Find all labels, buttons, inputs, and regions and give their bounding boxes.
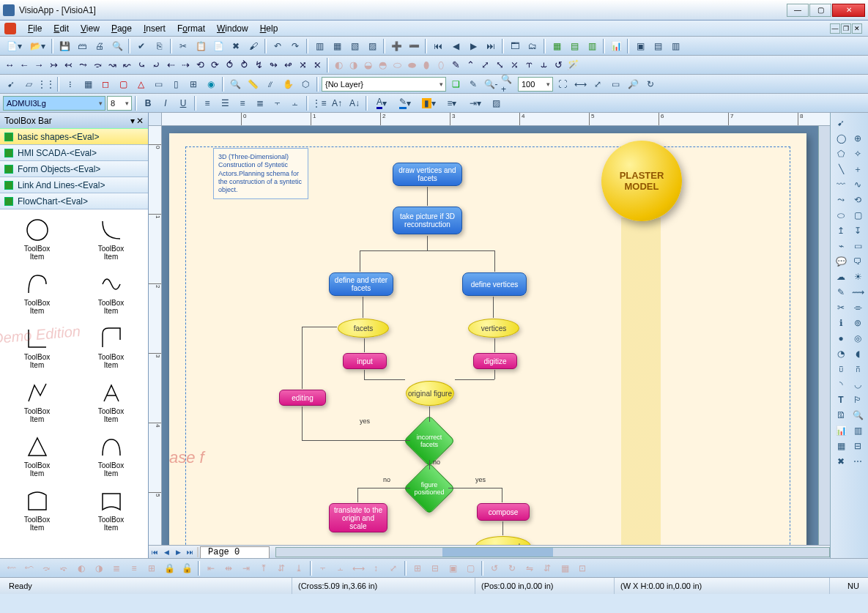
zoom-page[interactable]: ▭ <box>607 76 623 92</box>
zoom-100[interactable]: 🔎 <box>625 76 641 92</box>
shape-edit-2[interactable]: ⌃ <box>464 59 477 72</box>
rt-curve-icon[interactable]: 〰 <box>833 177 849 192</box>
rt-plus-icon[interactable]: ＋ <box>850 162 866 177</box>
tab-nav-prev[interactable]: ◀ <box>160 546 172 558</box>
toolbox-item[interactable]: ToolBox Item <box>77 267 145 318</box>
font-size-select[interactable]: 8 <box>107 96 132 111</box>
menu-format[interactable]: Format <box>171 22 211 35</box>
shape-edit-8[interactable]: ↺ <box>552 59 565 72</box>
shape-spline-7[interactable]: ⬮ <box>420 59 433 72</box>
shape-spline-8[interactable]: ⬯ <box>434 59 448 72</box>
conn-6[interactable]: ⤼ <box>91 59 104 72</box>
bt-sameS[interactable]: ⤢ <box>385 560 401 576</box>
layer-select[interactable]: {No Layer} <box>322 77 446 92</box>
grid-button[interactable]: ⋮⋮ <box>38 76 54 92</box>
rt-info-icon[interactable]: ℹ <box>833 316 849 330</box>
snap-4[interactable]: ▢ <box>115 76 131 92</box>
guides-toggle[interactable]: ⫽ <box>262 76 278 92</box>
rt-path2-icon[interactable]: ⟲ <box>850 193 866 207</box>
zoom-fit[interactable]: ⛶ <box>554 76 571 92</box>
bt-8[interactable]: ≡ <box>126 560 142 576</box>
copy-button[interactable]: 📋 <box>193 38 209 54</box>
shape-edit-5[interactable]: ⤰ <box>508 59 521 72</box>
toolbox-item[interactable]: ToolBox Item <box>77 212 145 264</box>
front-button[interactable]: ▧ <box>346 38 363 54</box>
rt-ellipse-icon[interactable]: ◯ <box>833 131 849 146</box>
snap-1[interactable]: ⫶ <box>62 76 78 92</box>
snap-9[interactable]: ◉ <box>203 76 219 92</box>
node-define-facets[interactable]: define and enter facets <box>329 272 393 296</box>
delete-button[interactable]: ✖ <box>228 38 244 54</box>
conn-11[interactable]: ⇠ <box>164 59 177 72</box>
layer-del[interactable]: ✎ <box>465 76 481 92</box>
table-add-col-button[interactable]: ▥ <box>584 38 600 54</box>
group-toggle-button[interactable]: ▦ <box>329 38 345 54</box>
shape-spline-6[interactable]: ⬬ <box>405 59 418 72</box>
toolbox-cat-hmi-scada[interactable]: HMI SCADA-<Eval> <box>0 145 148 161</box>
bt-front[interactable]: ▣ <box>445 560 461 576</box>
rt-split-icon[interactable]: ⩃ <box>850 362 866 376</box>
grid1-button[interactable]: ▣ <box>632 38 648 54</box>
bt-5[interactable]: ◐ <box>73 560 89 576</box>
bt-align-r[interactable]: ⇥ <box>238 560 254 576</box>
rt-star-icon[interactable]: ✧ <box>850 146 866 161</box>
conn-9[interactable]: ⤿ <box>135 59 148 72</box>
rt-conn-icon[interactable]: ⟿ <box>850 285 866 300</box>
rt-search-icon[interactable]: 🔍 <box>850 408 866 423</box>
close-button[interactable]: ✕ <box>832 4 865 17</box>
snap-5[interactable]: △ <box>133 76 149 92</box>
back-button[interactable]: ▨ <box>364 38 380 54</box>
toolbox-close-icon[interactable]: ✕ <box>136 116 144 126</box>
bt-dist-v[interactable]: ⫠ <box>333 560 349 576</box>
bt-group[interactable]: ⊞ <box>409 560 426 576</box>
table-add-row-button[interactable]: ▤ <box>566 38 582 54</box>
mdi-minimize[interactable]: — <box>830 23 840 34</box>
shape-edit-6[interactable]: ⥾ <box>522 59 535 72</box>
conn-3[interactable]: ↣ <box>47 59 60 72</box>
bt-flipH[interactable]: ⇋ <box>522 560 538 576</box>
bold-button[interactable]: B <box>140 95 156 111</box>
bt-2[interactable]: ⬿ <box>21 560 37 576</box>
fill-color[interactable]: ▮▾ <box>418 95 439 111</box>
rt-merge-icon[interactable]: ⩂ <box>833 362 849 376</box>
pointer-button[interactable]: ➹ <box>3 76 19 92</box>
vertical-scrollbar[interactable] <box>818 126 830 545</box>
rt-scope-icon[interactable]: ⊚ <box>850 316 866 330</box>
zoom-sel[interactable]: ⤢ <box>590 76 606 92</box>
save-all-button[interactable]: 🗃 <box>74 38 90 54</box>
menu-view[interactable]: View <box>75 22 105 35</box>
ruler-toggle[interactable]: 📏 <box>245 76 261 92</box>
rt-tree-icon[interactable]: ⊟ <box>850 439 866 453</box>
zoom-out[interactable]: 🔍- <box>483 76 499 92</box>
shape-spline-2[interactable]: ◑ <box>346 59 360 72</box>
rt-zigzag-icon[interactable]: ⌁ <box>833 239 849 253</box>
bt-3[interactable]: ⤼ <box>38 560 54 576</box>
tab-nav-next[interactable]: ▶ <box>172 546 184 558</box>
conn-8[interactable]: ↜ <box>120 59 133 72</box>
menu-file[interactable]: File <box>22 22 48 35</box>
rt-donut-icon[interactable]: ◎ <box>850 331 866 346</box>
table-insert-button[interactable]: ▦ <box>549 38 565 54</box>
zoom-in[interactable]: 🔍+ <box>500 76 516 92</box>
bt-ungroup[interactable]: ⊟ <box>427 560 443 576</box>
rt-bar-icon[interactable]: ▥ <box>850 423 866 438</box>
conn-13[interactable]: ⟲ <box>193 59 207 72</box>
shape-edit-3[interactable]: ⤢ <box>478 59 492 72</box>
shape-edit-7[interactable]: ⥿ <box>537 59 550 72</box>
tab-nav-last[interactable]: ⏭ <box>184 546 196 558</box>
bt-snapG[interactable]: ▦ <box>557 560 573 576</box>
canvas[interactable]: PLASTER MODEL 3D (Three-Dimensional) Con… <box>162 126 830 545</box>
rt-pointer[interactable]: ➹ <box>833 116 849 130</box>
conn-7[interactable]: ↝ <box>105 59 119 72</box>
toolbox-cat-basic-shapes[interactable]: basic shapes-<Eval> <box>0 129 148 145</box>
bt-1[interactable]: ⬳ <box>3 560 19 576</box>
rt-lang-icon[interactable]: 🏳 <box>850 393 866 407</box>
node-input[interactable]: input <box>343 353 387 369</box>
menu-insert[interactable]: Insert <box>138 22 171 35</box>
conn-19[interactable]: ↫ <box>281 59 294 72</box>
shape-edit-9[interactable]: 🪄 <box>566 59 579 72</box>
rt-more-icon[interactable]: ⋯ <box>850 454 866 469</box>
bt-6[interactable]: ◑ <box>91 560 107 576</box>
shape-spline-4[interactable]: ◓ <box>376 59 389 72</box>
toolbox-item[interactable]: ToolBox Item <box>3 212 71 264</box>
